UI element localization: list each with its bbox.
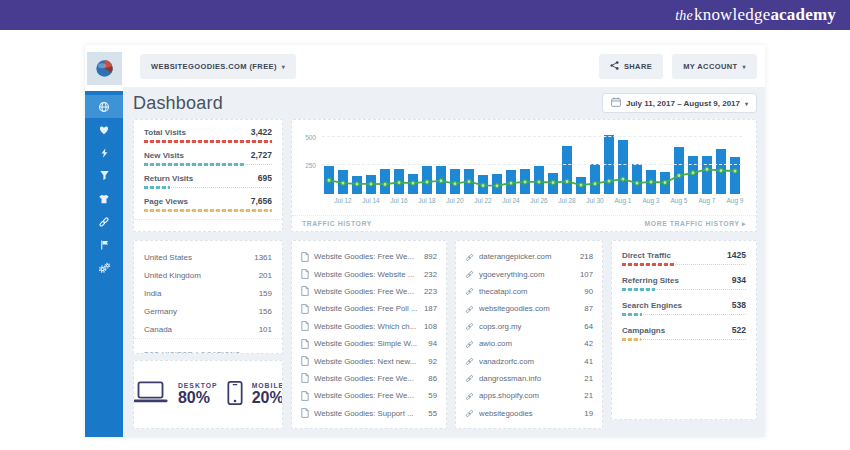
traffic-bar[interactable]	[590, 164, 600, 194]
page-row[interactable]: Website Goodies: Free We...59	[301, 387, 437, 404]
traffic-bar[interactable]	[478, 175, 488, 194]
traffic-bar[interactable]	[352, 176, 362, 194]
location-row[interactable]: United Kingdom201	[144, 266, 272, 284]
traffic-bar[interactable]	[492, 174, 502, 194]
traffic-bar[interactable]	[506, 170, 516, 194]
traffic-bar[interactable]	[366, 175, 376, 194]
traffic-bar[interactable]	[464, 169, 474, 194]
clicky-logo[interactable]	[87, 52, 122, 85]
traffic-bar[interactable]	[646, 170, 656, 194]
location-row[interactable]: United States1361	[144, 248, 272, 266]
domain-row[interactable]: apps.shopify.com21	[465, 387, 593, 404]
page-row[interactable]: Website Goodies: Free We...892	[301, 248, 437, 265]
desktop-stat: DESKTOP 80%	[178, 382, 218, 407]
stat-value: 522	[732, 325, 746, 335]
domain-row[interactable]: ygoeverything.com107	[465, 265, 593, 282]
stat-value: 538	[732, 300, 746, 310]
traffic-bar[interactable]	[408, 174, 418, 194]
sidebar-item-goals[interactable]	[85, 233, 123, 256]
more-traffic-history-link[interactable]: MORE TRAFFIC HISTORY ▸	[645, 220, 746, 231]
sidebar-item-content[interactable]	[85, 187, 123, 210]
sidebar	[85, 45, 123, 437]
page-row[interactable]: Website Goodies: Simple W...94	[301, 335, 437, 352]
page-row[interactable]: Website Goodies: Which ch...108	[301, 318, 437, 335]
share-button[interactable]: SHARE	[599, 54, 663, 79]
domain-row[interactable]: cops.org.my64	[465, 318, 593, 335]
traffic-bar[interactable]	[450, 169, 460, 194]
sidebar-item-dashboard[interactable]	[85, 95, 123, 118]
item-title: websitegoodies.com	[479, 304, 578, 313]
x-tick-label: Jul 24	[502, 197, 519, 204]
page-icon	[301, 265, 314, 283]
traffic-bar[interactable]	[422, 166, 432, 194]
stat-bar-fill	[622, 338, 641, 341]
traffic-bar[interactable]	[576, 177, 586, 194]
traffic-bar[interactable]	[548, 173, 558, 194]
traffic-bar[interactable]	[660, 172, 670, 194]
domain-row[interactable]: awio.com42	[465, 335, 593, 352]
sidebar-item-actions[interactable]	[85, 141, 123, 164]
stat-row[interactable]: Referring Sites934	[622, 275, 746, 292]
item-title: ygoeverything.com	[479, 270, 574, 279]
item-value: 55	[428, 409, 437, 418]
traffic-bar[interactable]	[716, 149, 726, 194]
country-value: 156	[259, 307, 272, 316]
page-row[interactable]: Website Goodies: Free We...86	[301, 370, 437, 387]
traffic-bar[interactable]	[632, 164, 642, 194]
traffic-bar[interactable]	[520, 169, 530, 194]
bar-slot	[448, 169, 462, 194]
domain-row[interactable]: thecatapi.com90	[465, 283, 593, 300]
page-row[interactable]: Website Goodies: Free We...223	[301, 283, 437, 300]
traffic-bar[interactable]	[618, 140, 628, 194]
traffic-bar[interactable]	[702, 156, 712, 194]
traffic-history-link[interactable]: TRAFFIC HISTORY	[302, 220, 372, 231]
page-row[interactable]: Website Goodies: Support ...55	[301, 405, 437, 422]
stat-row[interactable]: Campaigns522	[622, 325, 746, 342]
domain-row[interactable]: websitegoodies19	[465, 405, 593, 422]
traffic-bar[interactable]	[324, 166, 334, 194]
page-row[interactable]: Website Goodies: Free Poll ...187	[301, 300, 437, 317]
item-value: 90	[584, 287, 593, 296]
item-value: 21	[584, 374, 593, 383]
traffic-bar[interactable]	[436, 166, 446, 194]
site-selector-button[interactable]: WEBSITEGOODIES.COM (FREE) ▾	[140, 54, 296, 79]
domain-row[interactable]: vanadzorfc.com41	[465, 352, 593, 369]
country-name: India	[144, 289, 161, 298]
sidebar-item-settings[interactable]	[85, 256, 123, 279]
location-row[interactable]: Canada101	[144, 320, 272, 338]
page-row[interactable]: Website Goodies: Next new...92	[301, 352, 437, 369]
traffic-bar[interactable]	[562, 146, 572, 194]
calendar-icon	[611, 97, 621, 109]
traffic-bar[interactable]	[338, 170, 348, 194]
top-visitor-locations-link[interactable]: TOP VISITOR LOCATIONS	[144, 351, 241, 354]
domain-row[interactable]: daterangepicker.com218	[465, 248, 593, 265]
location-row[interactable]: India159	[144, 284, 272, 302]
stat-row[interactable]: New Visits2,727	[144, 150, 272, 167]
domain-row[interactable]: dangrossman.info21	[465, 370, 593, 387]
sidebar-item-visitors[interactable]	[85, 118, 123, 141]
stat-row[interactable]: Total Visits3,422	[144, 127, 272, 144]
item-value: 86	[428, 374, 437, 383]
sidebar-item-links[interactable]	[85, 210, 123, 233]
traffic-bar[interactable]	[688, 156, 698, 194]
stat-row[interactable]: Return Visits695	[144, 173, 272, 190]
bar-slot	[420, 166, 434, 194]
link-icon	[465, 369, 479, 387]
page-row[interactable]: Website Goodies: Website ...232	[301, 265, 437, 282]
my-account-button[interactable]: MY ACCOUNT ▾	[672, 54, 757, 79]
traffic-bar[interactable]	[394, 169, 404, 194]
date-range-picker[interactable]: July 11, 2017 – August 9, 2017 ▾	[602, 93, 757, 113]
stat-row[interactable]: Search Engines538	[622, 300, 746, 317]
x-tick-label: Aug 7	[699, 197, 716, 204]
bar-slot	[406, 174, 420, 194]
stat-row[interactable]: Page Views7,656	[144, 196, 272, 213]
traffic-bar[interactable]	[674, 147, 684, 194]
traffic-bar[interactable]	[380, 169, 390, 194]
sidebar-item-filter[interactable]	[85, 164, 123, 187]
location-row[interactable]: Germany156	[144, 302, 272, 320]
stat-row[interactable]: Direct Traffic1425	[622, 250, 746, 267]
domain-row[interactable]: websitegoodies.com87	[465, 300, 593, 317]
traffic-bar[interactable]	[730, 157, 740, 194]
traffic-bar[interactable]	[534, 166, 544, 194]
link-icon	[465, 265, 479, 283]
